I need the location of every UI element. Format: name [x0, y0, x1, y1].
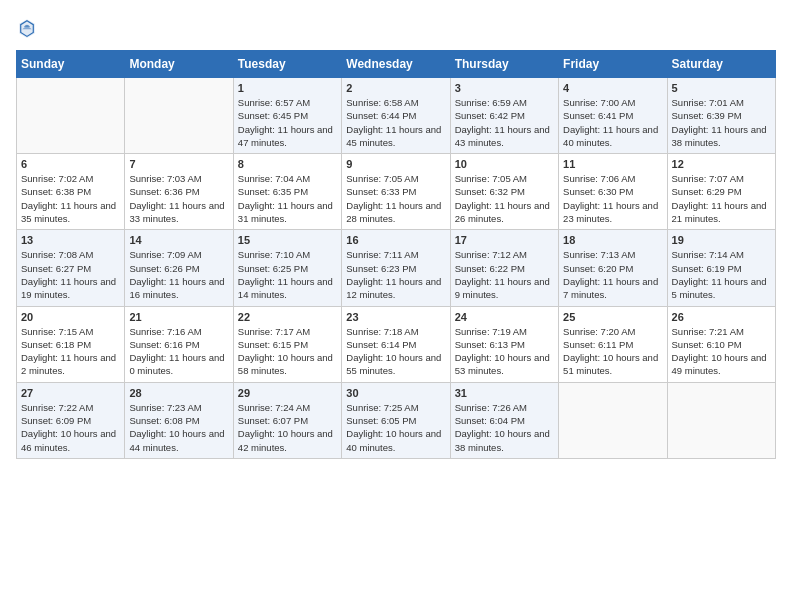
- day-of-week-header: Friday: [559, 51, 667, 78]
- calendar-cell: 10Sunrise: 7:05 AM Sunset: 6:32 PM Dayli…: [450, 154, 558, 230]
- calendar-week-row: 20Sunrise: 7:15 AM Sunset: 6:18 PM Dayli…: [17, 306, 776, 382]
- day-number: 15: [238, 234, 337, 246]
- calendar-cell: 12Sunrise: 7:07 AM Sunset: 6:29 PM Dayli…: [667, 154, 775, 230]
- calendar-cell: [17, 78, 125, 154]
- day-number: 29: [238, 387, 337, 399]
- day-number: 21: [129, 311, 228, 323]
- day-info: Sunrise: 7:09 AM Sunset: 6:26 PM Dayligh…: [129, 248, 228, 301]
- calendar-cell: 13Sunrise: 7:08 AM Sunset: 6:27 PM Dayli…: [17, 230, 125, 306]
- calendar-week-row: 6Sunrise: 7:02 AM Sunset: 6:38 PM Daylig…: [17, 154, 776, 230]
- day-info: Sunrise: 7:25 AM Sunset: 6:05 PM Dayligh…: [346, 401, 445, 454]
- day-number: 27: [21, 387, 120, 399]
- calendar-cell: 6Sunrise: 7:02 AM Sunset: 6:38 PM Daylig…: [17, 154, 125, 230]
- day-number: 18: [563, 234, 662, 246]
- day-number: 13: [21, 234, 120, 246]
- day-of-week-header: Thursday: [450, 51, 558, 78]
- logo: [16, 16, 40, 38]
- calendar-cell: 21Sunrise: 7:16 AM Sunset: 6:16 PM Dayli…: [125, 306, 233, 382]
- day-of-week-header: Wednesday: [342, 51, 450, 78]
- calendar-cell: 11Sunrise: 7:06 AM Sunset: 6:30 PM Dayli…: [559, 154, 667, 230]
- day-number: 8: [238, 158, 337, 170]
- calendar-cell: 15Sunrise: 7:10 AM Sunset: 6:25 PM Dayli…: [233, 230, 341, 306]
- day-info: Sunrise: 7:05 AM Sunset: 6:32 PM Dayligh…: [455, 172, 554, 225]
- day-info: Sunrise: 7:16 AM Sunset: 6:16 PM Dayligh…: [129, 325, 228, 378]
- calendar-cell: 17Sunrise: 7:12 AM Sunset: 6:22 PM Dayli…: [450, 230, 558, 306]
- day-info: Sunrise: 7:19 AM Sunset: 6:13 PM Dayligh…: [455, 325, 554, 378]
- day-info: Sunrise: 7:26 AM Sunset: 6:04 PM Dayligh…: [455, 401, 554, 454]
- day-info: Sunrise: 7:10 AM Sunset: 6:25 PM Dayligh…: [238, 248, 337, 301]
- day-info: Sunrise: 7:01 AM Sunset: 6:39 PM Dayligh…: [672, 96, 771, 149]
- page-header: [16, 16, 776, 38]
- day-info: Sunrise: 6:57 AM Sunset: 6:45 PM Dayligh…: [238, 96, 337, 149]
- calendar-cell: 1Sunrise: 6:57 AM Sunset: 6:45 PM Daylig…: [233, 78, 341, 154]
- calendar-table: SundayMondayTuesdayWednesdayThursdayFrid…: [16, 50, 776, 459]
- day-of-week-header: Monday: [125, 51, 233, 78]
- day-info: Sunrise: 7:03 AM Sunset: 6:36 PM Dayligh…: [129, 172, 228, 225]
- calendar-cell: 19Sunrise: 7:14 AM Sunset: 6:19 PM Dayli…: [667, 230, 775, 306]
- calendar-cell: 4Sunrise: 7:00 AM Sunset: 6:41 PM Daylig…: [559, 78, 667, 154]
- calendar-week-row: 13Sunrise: 7:08 AM Sunset: 6:27 PM Dayli…: [17, 230, 776, 306]
- day-info: Sunrise: 7:14 AM Sunset: 6:19 PM Dayligh…: [672, 248, 771, 301]
- day-number: 4: [563, 82, 662, 94]
- day-info: Sunrise: 7:02 AM Sunset: 6:38 PM Dayligh…: [21, 172, 120, 225]
- calendar-cell: 23Sunrise: 7:18 AM Sunset: 6:14 PM Dayli…: [342, 306, 450, 382]
- day-info: Sunrise: 7:24 AM Sunset: 6:07 PM Dayligh…: [238, 401, 337, 454]
- day-number: 6: [21, 158, 120, 170]
- day-number: 17: [455, 234, 554, 246]
- calendar-cell: 14Sunrise: 7:09 AM Sunset: 6:26 PM Dayli…: [125, 230, 233, 306]
- calendar-cell: [667, 382, 775, 458]
- day-info: Sunrise: 7:11 AM Sunset: 6:23 PM Dayligh…: [346, 248, 445, 301]
- calendar-cell: 8Sunrise: 7:04 AM Sunset: 6:35 PM Daylig…: [233, 154, 341, 230]
- calendar-header-row: SundayMondayTuesdayWednesdayThursdayFrid…: [17, 51, 776, 78]
- calendar-cell: 26Sunrise: 7:21 AM Sunset: 6:10 PM Dayli…: [667, 306, 775, 382]
- day-number: 20: [21, 311, 120, 323]
- calendar-cell: 31Sunrise: 7:26 AM Sunset: 6:04 PM Dayli…: [450, 382, 558, 458]
- day-info: Sunrise: 7:20 AM Sunset: 6:11 PM Dayligh…: [563, 325, 662, 378]
- day-info: Sunrise: 7:05 AM Sunset: 6:33 PM Dayligh…: [346, 172, 445, 225]
- day-number: 10: [455, 158, 554, 170]
- day-info: Sunrise: 7:04 AM Sunset: 6:35 PM Dayligh…: [238, 172, 337, 225]
- day-number: 24: [455, 311, 554, 323]
- day-of-week-header: Sunday: [17, 51, 125, 78]
- calendar-week-row: 27Sunrise: 7:22 AM Sunset: 6:09 PM Dayli…: [17, 382, 776, 458]
- day-of-week-header: Tuesday: [233, 51, 341, 78]
- calendar-cell: 27Sunrise: 7:22 AM Sunset: 6:09 PM Dayli…: [17, 382, 125, 458]
- day-info: Sunrise: 7:07 AM Sunset: 6:29 PM Dayligh…: [672, 172, 771, 225]
- day-info: Sunrise: 7:23 AM Sunset: 6:08 PM Dayligh…: [129, 401, 228, 454]
- calendar-cell: 5Sunrise: 7:01 AM Sunset: 6:39 PM Daylig…: [667, 78, 775, 154]
- day-number: 22: [238, 311, 337, 323]
- calendar-cell: [125, 78, 233, 154]
- day-number: 9: [346, 158, 445, 170]
- calendar-cell: [559, 382, 667, 458]
- calendar-cell: 29Sunrise: 7:24 AM Sunset: 6:07 PM Dayli…: [233, 382, 341, 458]
- day-number: 19: [672, 234, 771, 246]
- calendar-cell: 9Sunrise: 7:05 AM Sunset: 6:33 PM Daylig…: [342, 154, 450, 230]
- logo-icon: [16, 16, 38, 38]
- day-number: 11: [563, 158, 662, 170]
- calendar-cell: 16Sunrise: 7:11 AM Sunset: 6:23 PM Dayli…: [342, 230, 450, 306]
- calendar-cell: 22Sunrise: 7:17 AM Sunset: 6:15 PM Dayli…: [233, 306, 341, 382]
- calendar-cell: 20Sunrise: 7:15 AM Sunset: 6:18 PM Dayli…: [17, 306, 125, 382]
- calendar-cell: 30Sunrise: 7:25 AM Sunset: 6:05 PM Dayli…: [342, 382, 450, 458]
- day-info: Sunrise: 7:00 AM Sunset: 6:41 PM Dayligh…: [563, 96, 662, 149]
- day-number: 14: [129, 234, 228, 246]
- day-info: Sunrise: 7:06 AM Sunset: 6:30 PM Dayligh…: [563, 172, 662, 225]
- day-number: 7: [129, 158, 228, 170]
- day-number: 3: [455, 82, 554, 94]
- calendar-cell: 18Sunrise: 7:13 AM Sunset: 6:20 PM Dayli…: [559, 230, 667, 306]
- day-number: 31: [455, 387, 554, 399]
- day-number: 2: [346, 82, 445, 94]
- calendar-cell: 24Sunrise: 7:19 AM Sunset: 6:13 PM Dayli…: [450, 306, 558, 382]
- day-info: Sunrise: 6:58 AM Sunset: 6:44 PM Dayligh…: [346, 96, 445, 149]
- day-number: 16: [346, 234, 445, 246]
- day-info: Sunrise: 6:59 AM Sunset: 6:42 PM Dayligh…: [455, 96, 554, 149]
- day-info: Sunrise: 7:17 AM Sunset: 6:15 PM Dayligh…: [238, 325, 337, 378]
- day-info: Sunrise: 7:13 AM Sunset: 6:20 PM Dayligh…: [563, 248, 662, 301]
- day-number: 28: [129, 387, 228, 399]
- calendar-cell: 7Sunrise: 7:03 AM Sunset: 6:36 PM Daylig…: [125, 154, 233, 230]
- day-info: Sunrise: 7:22 AM Sunset: 6:09 PM Dayligh…: [21, 401, 120, 454]
- calendar-week-row: 1Sunrise: 6:57 AM Sunset: 6:45 PM Daylig…: [17, 78, 776, 154]
- day-number: 25: [563, 311, 662, 323]
- calendar-cell: 3Sunrise: 6:59 AM Sunset: 6:42 PM Daylig…: [450, 78, 558, 154]
- day-number: 26: [672, 311, 771, 323]
